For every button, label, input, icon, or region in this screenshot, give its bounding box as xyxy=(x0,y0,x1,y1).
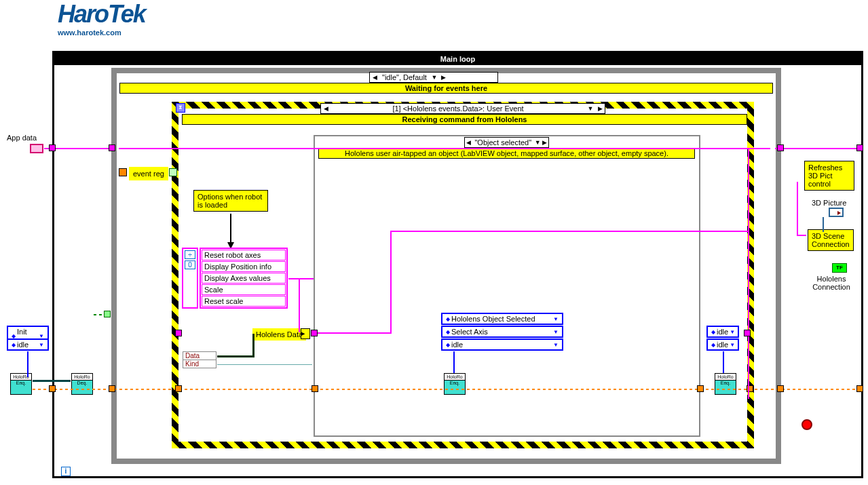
dropdown-arrow-icon[interactable]: ▼ xyxy=(534,139,541,146)
wire-queue-ref xyxy=(33,389,857,390)
event-selector[interactable]: ◀ [1] <Hololens events.Data>: User Event… xyxy=(320,103,605,114)
enum-idle-center[interactable]: ◆ idle ▼ xyxy=(441,338,563,351)
case-selector-inner-label: "Object selected" xyxy=(472,138,534,147)
hololens-connection-label: Hololens Connection xyxy=(808,275,855,291)
vi-enqueue-left[interactable]: HoloRo Enq. xyxy=(10,373,32,395)
wire-refnum xyxy=(823,217,824,232)
iteration-terminal: i xyxy=(61,467,71,476)
vi-label: HoloRo xyxy=(715,374,736,381)
cluster-element-data: Data xyxy=(183,352,216,360)
tunnel xyxy=(856,144,863,151)
wire xyxy=(797,235,806,236)
decrement-icon[interactable]: ◆ xyxy=(445,316,451,322)
cluster-element-kind: Kind xyxy=(183,360,216,368)
enum-idle-right-1[interactable]: ◆ idle ▼ xyxy=(706,326,739,338)
tunnel-pink xyxy=(744,330,751,336)
dropdown-icon[interactable]: ▼ xyxy=(728,342,736,348)
logo: HaroTek www.harotek.com xyxy=(58,0,145,37)
enum-hololens-object[interactable]: ◆ Hololens Object Selected ▼ xyxy=(441,313,563,325)
refresh-3d-note: Refreshes 3D Pict control xyxy=(804,161,854,191)
vi-label: HoloRo xyxy=(445,374,465,381)
3d-picture-terminal[interactable] xyxy=(829,208,844,217)
dropdown-icon[interactable]: ▼ xyxy=(552,316,560,322)
wire-blue xyxy=(453,351,455,373)
decrement-icon[interactable]: ◆ xyxy=(710,342,717,348)
tunnel-orange xyxy=(49,385,56,392)
dropdown-icon[interactable]: ▼ xyxy=(728,329,736,335)
wire-data xyxy=(217,355,254,357)
tunnel-orange xyxy=(175,385,182,392)
options-note: Options when robot is loaded xyxy=(193,190,268,212)
dropdown-arrow-icon[interactable]: ▼ xyxy=(430,74,439,81)
decrement-icon[interactable]: ◆ xyxy=(445,329,451,335)
next-arrow-icon[interactable]: ▶ xyxy=(595,105,605,112)
prev-arrow-icon[interactable]: ◀ xyxy=(465,139,472,146)
enum-label: Hololens Object Selected xyxy=(451,315,552,323)
wire xyxy=(775,148,856,149)
logo-url: www.harotek.com xyxy=(58,28,145,37)
vi-enqueue-right[interactable]: HoloRo Enq. xyxy=(715,373,736,395)
dropdown-icon[interactable]: ▼ xyxy=(552,342,560,348)
wire-kind xyxy=(217,364,312,365)
next-arrow-icon[interactable]: ▶ xyxy=(439,74,449,81)
3d-picture-label: 3D Picture xyxy=(812,199,846,207)
vi-dequeue[interactable]: HoloRo Deq. xyxy=(71,373,93,395)
vi-sublabel: Enq. xyxy=(445,381,465,385)
case-selector-outer-label: "idle", Default xyxy=(379,73,430,81)
next-arrow-icon[interactable]: ▶ xyxy=(542,139,548,146)
unbundle-icon[interactable]: ▸ xyxy=(301,328,310,339)
vi-sublabel: Deq. xyxy=(72,381,92,385)
vi-enqueue-center[interactable]: HoloRo Enq. xyxy=(444,373,466,395)
wire xyxy=(312,332,390,334)
enum-idle-left[interactable]: ◆ idle ▼ xyxy=(7,338,49,351)
app-data-terminal[interactable] xyxy=(30,144,43,153)
wire-blue xyxy=(723,351,724,373)
tunnel xyxy=(777,144,784,151)
tunnel-orange xyxy=(777,385,784,392)
case-selector-outer[interactable]: ◀ "idle", Default ▼ ▶ xyxy=(369,72,498,83)
tunnel-pink xyxy=(311,330,318,336)
dropdown-arrow-icon[interactable]: ▼ xyxy=(586,105,595,112)
vi-sublabel: Enq. xyxy=(715,381,736,385)
menu-item: Reset robot axes xyxy=(202,250,286,260)
shift-register-left[interactable] xyxy=(119,168,127,176)
tunnel-pink xyxy=(175,330,182,336)
dropdown-icon[interactable]: ▼ xyxy=(37,342,45,348)
wire xyxy=(390,231,748,232)
case-structure-inner xyxy=(314,135,700,437)
3d-scene-note: 3D Scene Connection xyxy=(808,229,854,251)
dropdown-icon[interactable]: ▼ xyxy=(552,329,560,335)
tunnel-orange xyxy=(109,385,115,392)
error-tunnel xyxy=(104,311,111,317)
wire xyxy=(748,148,749,399)
tunnel-orange xyxy=(697,385,704,392)
array-index[interactable]: ÷ 0 xyxy=(182,248,198,309)
wire xyxy=(299,278,300,332)
logo-text: HaroTek xyxy=(58,0,145,28)
timeout-icon[interactable]: ⧗ xyxy=(176,103,185,113)
cluster-unbundle[interactable]: Data Kind xyxy=(183,351,216,368)
wire-blue xyxy=(27,351,29,377)
wire xyxy=(288,278,314,279)
enum-label: idle xyxy=(17,341,37,349)
menu-item: Display Axes values xyxy=(202,273,286,284)
wire xyxy=(119,148,770,149)
case-selector-inner[interactable]: ◀ "Object selected" ▼ ▶ xyxy=(464,137,549,148)
prev-arrow-icon[interactable]: ◀ xyxy=(321,105,331,112)
enum-idle-right-2[interactable]: ◆ idle ▼ xyxy=(706,338,739,351)
vi-label: HoloRo xyxy=(72,374,92,381)
main-loop-title: Main loop xyxy=(54,53,861,65)
menu-options-array[interactable]: Reset robot axes Display Position info D… xyxy=(200,248,288,309)
enum-select-axis[interactable]: ◆ Select Axis ▼ xyxy=(441,326,563,338)
inner-case-banner: Hololens user air-tapped an object (LabV… xyxy=(318,148,695,159)
decrement-icon[interactable]: ◆ xyxy=(710,329,717,335)
tf-indicator: TF xyxy=(832,263,847,273)
wire-deq xyxy=(33,380,71,382)
wire-data xyxy=(252,334,254,357)
stop-button[interactable] xyxy=(801,419,812,430)
decrement-icon[interactable]: ◆ xyxy=(10,342,17,348)
event-banner: Receiving command from Hololens xyxy=(182,114,747,125)
tunnel-orange xyxy=(856,385,863,392)
decrement-icon[interactable]: ◆ xyxy=(445,342,451,348)
prev-arrow-icon[interactable]: ◀ xyxy=(370,74,379,81)
